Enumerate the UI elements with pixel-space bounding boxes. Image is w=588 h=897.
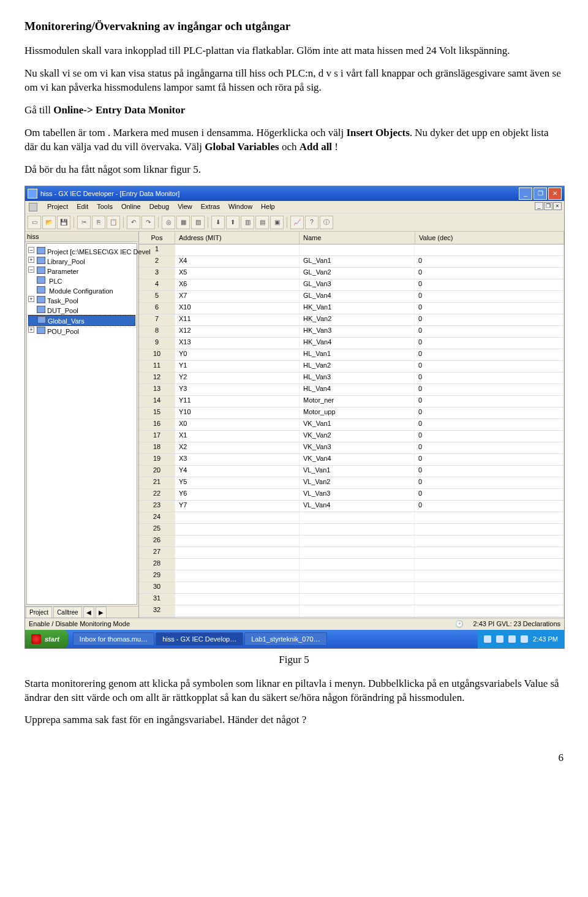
tree-item[interactable]: Project [c:\MELSEC\GX IEC Devel (28, 246, 135, 256)
table-row[interactable]: 8X12HK_Van30 (139, 326, 564, 338)
cell-name[interactable]: HK_Van3 (300, 326, 415, 338)
tree-item[interactable]: Task_Pool (28, 295, 135, 305)
table-row[interactable]: 13Y3HL_Van40 (139, 384, 564, 396)
table-row[interactable]: 18X2VK_Van30 (139, 442, 564, 454)
cell-name[interactable]: VL_Van4 (300, 501, 415, 512)
cell-name[interactable] (300, 512, 415, 524)
table-row[interactable]: 25 (139, 524, 564, 536)
cell-value[interactable]: 0 (415, 268, 564, 279)
tool-info-icon[interactable]: ⓘ (320, 216, 333, 229)
taskbar-item-hiss[interactable]: hiss - GX IEC Develop… (156, 632, 243, 646)
close-button[interactable]: ✕ (548, 187, 562, 200)
tree-item[interactable]: Module Configuration (28, 286, 135, 295)
cell-value[interactable]: 0 (415, 431, 564, 442)
tree-item[interactable]: Global_Vars (28, 315, 135, 326)
cell-value[interactable] (415, 582, 564, 594)
tray-icon-4[interactable] (521, 635, 528, 643)
cell-value[interactable] (415, 512, 564, 524)
tool-redo-icon[interactable]: ↷ (141, 216, 155, 229)
cell-name[interactable]: HK_Van1 (300, 303, 415, 314)
sidebar-tab-project[interactable]: Project (26, 607, 52, 618)
menu-debug[interactable]: Debug (149, 203, 169, 211)
tool-plc-3-icon[interactable]: ▣ (270, 216, 284, 229)
cell-address[interactable]: X2 (175, 442, 300, 454)
cell-name[interactable]: VL_Van3 (300, 489, 415, 501)
menu-project[interactable]: Project (47, 203, 68, 211)
table-row[interactable]: 21Y5VL_Van20 (139, 477, 564, 489)
table-row[interactable]: 32 (139, 605, 564, 617)
cell-name[interactable]: VK_Van1 (300, 419, 415, 431)
table-row[interactable]: 22Y6VL_Van30 (139, 489, 564, 501)
cell-name[interactable]: HL_Van1 (300, 349, 415, 361)
sidebar-tab-nav-left[interactable]: ◀ (83, 607, 94, 618)
table-row[interactable]: 23Y7VL_Van40 (139, 501, 564, 512)
cell-value[interactable]: 0 (415, 454, 564, 466)
cell-name[interactable]: GL_Van2 (300, 268, 415, 279)
cell-name[interactable]: HL_Van3 (300, 373, 415, 384)
cell-address[interactable] (175, 547, 300, 559)
table-row[interactable]: 14Y11Motor_ner0 (139, 396, 564, 407)
table-row[interactable]: 9X13HK_Van40 (139, 338, 564, 349)
table-row[interactable]: 31 (139, 594, 564, 605)
cell-address[interactable]: Y6 (175, 489, 300, 501)
cell-name[interactable] (300, 617, 415, 618)
table-row[interactable]: 5X7GL_Van40 (139, 291, 564, 303)
cell-address[interactable]: X13 (175, 338, 300, 349)
col-header-address[interactable]: Address (MIT) (175, 232, 300, 244)
cell-address[interactable]: X7 (175, 291, 300, 303)
table-row[interactable]: 19X3VK_Van40 (139, 454, 564, 466)
cell-address[interactable]: X5 (175, 268, 300, 279)
table-row[interactable]: 27 (139, 547, 564, 559)
col-header-pos[interactable]: Pos (139, 232, 175, 244)
table-row[interactable]: 12Y2HL_Van30 (139, 373, 564, 384)
table-row[interactable]: 16X0VK_Van10 (139, 419, 564, 431)
tool-chart-icon[interactable]: 📈 (290, 216, 304, 229)
mdi-minimize-button[interactable]: _ (535, 202, 543, 210)
tool-save-icon[interactable]: 💾 (57, 216, 70, 229)
menu-edit[interactable]: Edit (77, 203, 88, 211)
menu-window[interactable]: Window (228, 203, 252, 211)
cell-name[interactable] (300, 570, 415, 582)
cell-value[interactable] (415, 594, 564, 605)
cell-value[interactable]: 0 (415, 477, 564, 489)
cell-value[interactable]: 0 (415, 349, 564, 361)
cell-value[interactable]: 0 (415, 279, 564, 291)
cell-name[interactable] (300, 605, 415, 617)
table-row[interactable]: 6X10HK_Van10 (139, 303, 564, 314)
taskbar-item-inbox[interactable]: Inbox for thomas.mu… (73, 632, 154, 646)
cell-name[interactable]: GL_Van1 (300, 256, 415, 268)
menu-online[interactable]: Online (121, 203, 141, 211)
cell-name[interactable] (300, 536, 415, 547)
col-header-name[interactable]: Name (300, 232, 415, 244)
tool-download-icon[interactable]: ⬇ (211, 216, 225, 229)
cell-address[interactable] (175, 512, 300, 524)
tool-open-icon[interactable]: 📂 (42, 216, 56, 229)
tray-icon-2[interactable] (496, 635, 503, 643)
cell-name[interactable]: VK_Van4 (300, 454, 415, 466)
cell-value[interactable]: 0 (415, 314, 564, 326)
table-row[interactable]: 29 (139, 570, 564, 582)
tree-item[interactable]: Parameter (28, 266, 135, 276)
cell-value[interactable]: 0 (415, 291, 564, 303)
table-row[interactable]: 20Y4VL_Van10 (139, 466, 564, 477)
cell-address[interactable]: Y11 (175, 396, 300, 407)
table-row[interactable]: 30 (139, 582, 564, 594)
cell-address[interactable] (175, 524, 300, 536)
tree-item[interactable]: POU_Pool (28, 326, 135, 336)
cell-address[interactable]: Y3 (175, 384, 300, 396)
tree-item[interactable]: DUT_Pool (28, 305, 135, 315)
cell-name[interactable]: VK_Van3 (300, 442, 415, 454)
cell-value[interactable] (415, 547, 564, 559)
table-row[interactable]: 7X11HK_Van20 (139, 314, 564, 326)
cell-name[interactable]: VL_Van1 (300, 466, 415, 477)
system-tray[interactable]: 2:43 PM (478, 630, 564, 648)
cell-name[interactable]: HK_Van4 (300, 338, 415, 349)
cell-name[interactable]: HL_Van4 (300, 384, 415, 396)
maximize-button[interactable]: ❐ (533, 187, 547, 200)
table-row[interactable]: 11Y1HL_Van20 (139, 361, 564, 373)
cell-address[interactable]: X3 (175, 454, 300, 466)
cell-address[interactable]: Y7 (175, 501, 300, 512)
tree-item[interactable]: PLC (28, 276, 135, 286)
cell-name[interactable]: VK_Van2 (300, 431, 415, 442)
table-row[interactable]: 2X4GL_Van10 (139, 256, 564, 268)
